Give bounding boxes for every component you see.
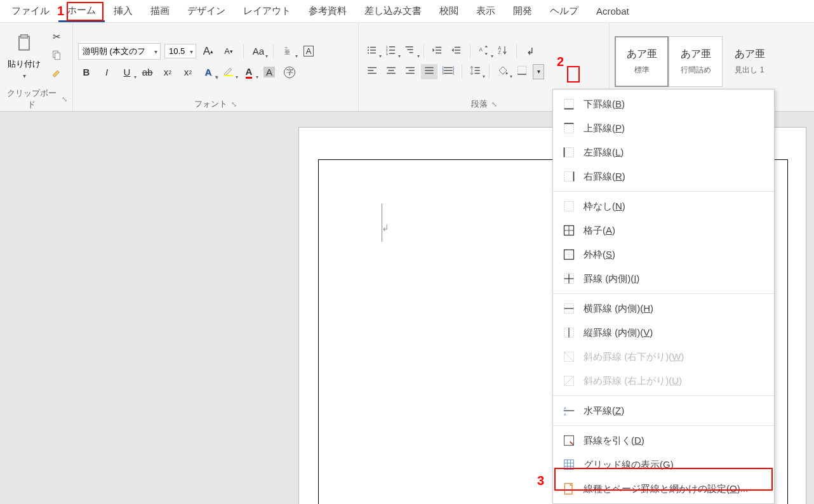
shading-button[interactable] bbox=[495, 64, 511, 79]
multilevel-icon bbox=[404, 44, 416, 58]
tab-references[interactable]: 参考資料 bbox=[300, 1, 356, 21]
menu-no-border[interactable]: 枠なし(N) bbox=[553, 194, 774, 218]
shrink-font-button[interactable]: A▾ bbox=[220, 44, 237, 59]
svg-rect-18 bbox=[389, 53, 395, 55]
svg-point-49 bbox=[506, 72, 508, 74]
show-marks-button[interactable]: ↲ bbox=[522, 44, 538, 59]
ribbon-tabs: ファイル ホーム 挿入 描画 デザイン レイアウト 参考資料 差し込み文書 校閲… bbox=[0, 0, 814, 23]
multilevel-button[interactable] bbox=[402, 44, 418, 59]
menu-borders-and-shading[interactable]: 線種とページ罫線と網かけの設定(O)... bbox=[553, 477, 774, 501]
text-effects-button[interactable]: A bbox=[200, 65, 217, 80]
menu-inside-vertical[interactable]: 縦罫線 (内側)(V) bbox=[553, 321, 774, 345]
borders-icon bbox=[516, 65, 528, 78]
svg-rect-54 bbox=[564, 124, 574, 133]
align-left-button[interactable] bbox=[364, 64, 380, 79]
grow-font-button[interactable]: A▴ bbox=[200, 44, 217, 59]
change-case-button[interactable]: Aa bbox=[250, 44, 267, 59]
style-heading1[interactable]: あア亜 見出し 1 bbox=[723, 36, 777, 87]
align-distributed-button[interactable] bbox=[440, 64, 457, 79]
font-name-select[interactable]: 游明朝 (本文のフ▾ bbox=[78, 43, 161, 60]
phonetic-guide-button[interactable]: ア亜 bbox=[280, 44, 297, 59]
strikethrough-button[interactable]: ab bbox=[139, 65, 156, 80]
clipboard-launcher-icon[interactable]: ⤡ bbox=[62, 95, 67, 103]
character-shading-button[interactable]: A bbox=[261, 65, 277, 80]
borders-dropdown-button[interactable]: ▾ bbox=[533, 64, 544, 79]
format-painter-button[interactable] bbox=[48, 67, 65, 83]
align-distributed-icon bbox=[443, 65, 454, 78]
align-left-icon bbox=[366, 65, 378, 78]
style-normal[interactable]: あア亜 標準 bbox=[615, 36, 669, 87]
menu-inside-borders[interactable]: 罫線 (内側)(I) bbox=[553, 267, 774, 291]
tab-mailings[interactable]: 差し込み文書 bbox=[356, 1, 430, 21]
svg-rect-43 bbox=[444, 67, 453, 69]
menu-top-border[interactable]: 上罫線(P) bbox=[553, 116, 774, 140]
sort-button[interactable]: AZ bbox=[495, 44, 511, 59]
enclose-circle-button[interactable]: 字 bbox=[281, 65, 298, 80]
align-center-button[interactable] bbox=[383, 64, 399, 79]
menu-inside-horizontal[interactable]: 横罫線 (内側)(H) bbox=[553, 296, 774, 321]
menu-left-border[interactable]: 左罫線(L) bbox=[553, 140, 774, 164]
menu-horizontal-line[interactable]: AA 水平線(Z) bbox=[553, 399, 774, 423]
menu-right-border[interactable]: 右罫線(R) bbox=[553, 164, 774, 189]
align-center-icon bbox=[385, 65, 397, 78]
numbering-button[interactable]: 123 bbox=[383, 44, 399, 59]
borders-button[interactable] bbox=[514, 64, 530, 79]
svg-rect-19 bbox=[406, 46, 413, 48]
paragraph-launcher-icon[interactable]: ⤡ bbox=[491, 100, 497, 109]
svg-rect-82 bbox=[564, 460, 574, 470]
font-launcher-icon[interactable]: ⤡ bbox=[231, 100, 237, 109]
svg-rect-45 bbox=[444, 73, 453, 74]
underline-button[interactable]: U bbox=[119, 65, 135, 80]
menu-label: 下罫線(B) bbox=[584, 98, 625, 110]
svg-rect-31 bbox=[368, 67, 377, 69]
tab-acrobat[interactable]: Acrobat bbox=[587, 2, 638, 20]
subscript-button[interactable]: x2 bbox=[159, 65, 176, 80]
align-right-button[interactable] bbox=[402, 64, 418, 79]
tab-design[interactable]: デザイン bbox=[178, 1, 234, 21]
svg-rect-25 bbox=[455, 47, 460, 48]
menu-label: 外枠(S) bbox=[584, 249, 615, 261]
tab-help[interactable]: ヘルプ bbox=[541, 1, 587, 21]
svg-rect-60 bbox=[564, 202, 574, 211]
menu-outside-borders[interactable]: 外枠(S) bbox=[553, 242, 774, 267]
svg-rect-22 bbox=[436, 47, 441, 48]
font-color-button[interactable]: A bbox=[241, 65, 257, 80]
bold-button[interactable]: B bbox=[78, 65, 95, 80]
tab-insert[interactable]: 挿入 bbox=[105, 1, 142, 21]
italic-button[interactable]: I bbox=[98, 65, 115, 80]
enclose-icon: A bbox=[304, 46, 314, 56]
tab-view[interactable]: 表示 bbox=[467, 1, 504, 21]
cut-button[interactable]: ✂ bbox=[48, 29, 65, 44]
font-name-value: 游明朝 (本文のフ bbox=[83, 46, 145, 56]
paste-button[interactable]: 貼り付け ▾ bbox=[5, 30, 43, 82]
text-direction-icon: A bbox=[478, 44, 490, 58]
svg-rect-37 bbox=[406, 67, 415, 69]
tab-file[interactable]: ファイル bbox=[3, 1, 58, 21]
left-border-icon bbox=[562, 145, 576, 159]
decrease-indent-button[interactable] bbox=[429, 44, 446, 59]
increase-indent-button[interactable] bbox=[448, 44, 465, 59]
tab-developer[interactable]: 開発 bbox=[504, 1, 541, 21]
superscript-button[interactable]: x2 bbox=[180, 65, 196, 80]
ruby-icon: ア亜 bbox=[283, 44, 294, 58]
menu-diagonal-up: 斜め罫線 (右上がり)(U) bbox=[553, 369, 774, 393]
font-size-select[interactable]: 10.5▾ bbox=[164, 44, 196, 58]
tab-layout[interactable]: レイアウト bbox=[234, 1, 300, 21]
menu-bottom-border[interactable]: 下罫線(B) bbox=[553, 92, 774, 116]
text-direction-button[interactable]: A bbox=[476, 44, 492, 59]
tab-draw[interactable]: 描画 bbox=[142, 1, 178, 21]
highlight-button[interactable] bbox=[220, 65, 237, 80]
svg-rect-51 bbox=[517, 74, 526, 75]
line-spacing-button[interactable] bbox=[467, 64, 484, 79]
bullets-button[interactable] bbox=[364, 44, 380, 59]
tab-home[interactable]: ホーム bbox=[58, 1, 105, 22]
menu-view-gridlines[interactable]: グリッド線の表示(G) bbox=[553, 453, 774, 477]
style-no-spacing[interactable]: あア亜 行間詰め bbox=[669, 36, 723, 87]
menu-all-borders[interactable]: 格子(A) bbox=[553, 218, 774, 242]
enclose-characters-button[interactable]: A bbox=[300, 44, 317, 59]
menu-draw-border[interactable]: 罫線を引く(D) bbox=[553, 428, 774, 453]
tab-review[interactable]: 校閲 bbox=[430, 1, 467, 21]
copy-button[interactable] bbox=[48, 48, 65, 63]
align-justify-button[interactable] bbox=[421, 64, 437, 79]
style-name: 行間詰め bbox=[681, 65, 711, 76]
